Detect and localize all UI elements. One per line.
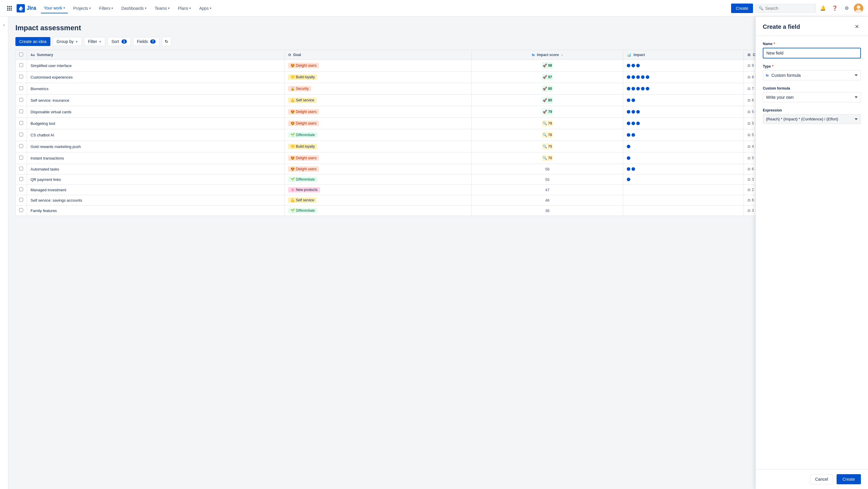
help-icon[interactable]: ❓ <box>830 4 840 13</box>
name-input[interactable] <box>763 48 861 58</box>
expression-select[interactable]: {Reach} * {Impact} * {Confidence} / {Eff… <box>763 114 861 124</box>
th-impact: 📊 Impact <box>623 50 744 60</box>
refresh-icon: ↻ <box>165 39 168 44</box>
scale-icon: ⚖ <box>747 121 751 125</box>
settings-icon[interactable]: ⚙ <box>842 4 851 13</box>
nav-apps[interactable]: Apps ▾ <box>196 4 214 13</box>
panel-create-button[interactable]: Create <box>837 474 861 484</box>
custom-formula-label: Custom formula <box>763 86 861 90</box>
expression-label: Expression <box>763 108 861 112</box>
nav-your-work[interactable]: Your work ▾ <box>41 3 68 13</box>
select-all-checkbox[interactable] <box>19 53 23 56</box>
scale-icon: ⚖ <box>747 110 751 114</box>
nav-projects[interactable]: Projects ▾ <box>70 4 94 13</box>
impact-dot <box>627 133 630 137</box>
impact-dot <box>636 75 640 79</box>
svg-rect-0 <box>7 6 8 7</box>
type-field-group: Type * fx Custom formula <box>763 64 861 80</box>
scale-icon: ⚖ <box>747 144 751 149</box>
th-checkbox[interactable] <box>16 50 27 60</box>
navbar: Jira Your work ▾ Projects ▾ Filters ▾ Da… <box>0 0 868 17</box>
cell-impact-score: 🚀 79 <box>471 106 623 118</box>
table-row: Self service: insurance💪 Self service🚀 8… <box>16 95 861 106</box>
nav-plans[interactable]: Plans ▾ <box>175 4 194 13</box>
scale-icon: ⚖ <box>747 156 751 160</box>
table-row: Family features🌱 Differentiate36⚖ 3 SMB <box>16 205 861 216</box>
svg-rect-6 <box>7 9 8 11</box>
filter-button[interactable]: Filter + <box>84 37 105 46</box>
cell-impact-score: 🔍 75 <box>471 141 623 152</box>
table-row: Instant transactions😍 Delight users🔍 70⚖… <box>16 152 861 164</box>
cell-summary: Simplified user interface <box>27 60 284 71</box>
plus-icon: + <box>75 39 78 44</box>
cell-goal: 😍 Delight users <box>284 118 471 129</box>
cell-summary: Self service: insurance <box>27 95 284 106</box>
filter-plus-icon: + <box>99 39 101 44</box>
create-idea-button[interactable]: Create an idea <box>16 37 51 46</box>
sort-button[interactable]: Sort 1 <box>107 37 131 46</box>
row-checkbox[interactable] <box>19 98 23 102</box>
row-checkbox[interactable] <box>19 109 23 113</box>
type-select[interactable]: Custom formula <box>763 70 861 80</box>
table-row: Gold rewards marketing push💛 Build loyal… <box>16 141 861 152</box>
cell-impact <box>623 205 744 216</box>
row-checkbox[interactable] <box>19 198 23 202</box>
cell-summary: Self service: savings accounts <box>27 195 284 205</box>
cell-goal: 💪 Self service <box>284 195 471 205</box>
cell-goal: 😍 Delight users <box>284 164 471 174</box>
panel-close-button[interactable]: ✕ <box>852 23 861 31</box>
fields-button[interactable]: Fields 7 <box>133 37 159 46</box>
page-header: Impact assessment <box>8 24 868 37</box>
cell-goal: 🌱 Differentiate <box>284 205 471 216</box>
row-checkbox[interactable] <box>19 188 23 191</box>
impact-dot <box>627 87 630 90</box>
cell-summary: Gold rewards marketing push <box>27 141 284 152</box>
cancel-button[interactable]: Cancel <box>810 474 833 484</box>
cell-impact <box>623 185 744 195</box>
row-checkbox[interactable] <box>19 63 23 67</box>
group-by-button[interactable]: Group by + <box>53 37 82 46</box>
row-checkbox[interactable] <box>19 121 23 125</box>
cell-summary: Family features <box>27 205 284 216</box>
notifications-icon[interactable]: 🔔 <box>818 4 828 13</box>
row-checkbox[interactable] <box>19 208 23 212</box>
logo[interactable]: Jira <box>17 4 36 12</box>
navbar-grid-icon[interactable] <box>5 4 14 13</box>
cell-impact-score: 🔍 76 <box>471 129 623 141</box>
impact-dot <box>641 75 645 79</box>
row-checkbox[interactable] <box>19 144 23 148</box>
nav-dashboards[interactable]: Dashboards ▾ <box>118 4 149 13</box>
cell-impact-score: 🚀 97 <box>471 71 623 83</box>
create-button[interactable]: Create <box>731 4 753 13</box>
impact-dot <box>627 167 630 171</box>
svg-point-11 <box>857 5 860 9</box>
scale-icon: ⚖ <box>747 63 751 67</box>
nav-teams[interactable]: Teams ▾ <box>152 4 173 13</box>
row-checkbox[interactable] <box>19 75 23 79</box>
row-checkbox[interactable] <box>19 156 23 160</box>
panel-header: Create a field ✕ <box>756 17 868 36</box>
nav-filters[interactable]: Filters ▾ <box>96 4 116 13</box>
refresh-button[interactable]: ↻ <box>162 37 171 46</box>
cell-impact <box>623 106 744 118</box>
cell-summary: QR payment links <box>27 174 284 185</box>
impact-dot <box>631 110 635 114</box>
cell-summary: Customised experiences <box>27 71 284 83</box>
row-checkbox[interactable] <box>19 86 23 90</box>
cell-impact-score: 🚀 98 <box>471 60 623 71</box>
search-input[interactable] <box>765 6 813 11</box>
cell-summary: Budgeting tool <box>27 118 284 129</box>
svg-rect-8 <box>11 9 12 11</box>
type-field-label: Type * <box>763 64 861 68</box>
sidebar-toggle[interactable]: › <box>0 17 8 489</box>
impact-dot <box>627 98 630 102</box>
row-checkbox[interactable] <box>19 177 23 181</box>
row-checkbox[interactable] <box>19 167 23 171</box>
search-bar[interactable]: 🔍 <box>755 4 816 13</box>
required-indicator: * <box>774 42 775 46</box>
impact-chart-icon: 📊 <box>627 53 631 57</box>
impact-dot <box>646 75 649 79</box>
avatar[interactable] <box>854 4 863 13</box>
custom-formula-select[interactable]: Write your own <box>763 92 861 102</box>
row-checkbox[interactable] <box>19 133 23 136</box>
